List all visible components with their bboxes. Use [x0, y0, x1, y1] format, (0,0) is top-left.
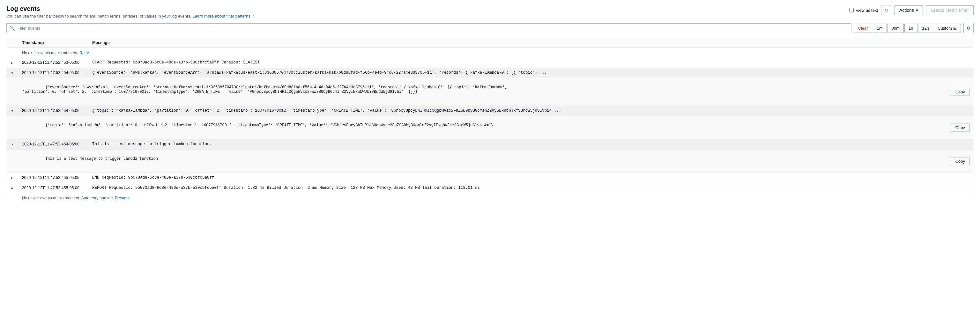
- table-row: 2020-12-12T11:47:52.454-05:00 {'eventSou…: [6, 68, 974, 78]
- expand-button[interactable]: [10, 175, 14, 180]
- timestamp-cell: 2020-12-12T11:47:52.454-05:00: [18, 68, 88, 78]
- expanded-content-row: {'eventSource': 'aws:kafka', 'eventSourc…: [6, 78, 974, 106]
- filter-events-input[interactable]: [6, 23, 851, 33]
- refresh-button[interactable]: ↻: [881, 5, 891, 15]
- time-1m-button[interactable]: 1m: [873, 24, 887, 33]
- copy-button[interactable]: Copy: [951, 88, 970, 96]
- view-as-text-label[interactable]: View as text: [849, 8, 878, 13]
- table-row: 2020-12-12T11:47:52.453-05:00 START Requ…: [6, 58, 974, 68]
- expand-cell: [6, 106, 18, 116]
- copy-button[interactable]: Copy: [951, 157, 970, 165]
- table-row: 2020-12-12T11:47:52.454-05:00 {'topic': …: [6, 106, 974, 116]
- chevron-down-icon: [11, 143, 14, 146]
- subtitle: You can use the filter bar below to sear…: [6, 14, 255, 19]
- chevron-right-icon: [11, 186, 13, 190]
- expand-button[interactable]: [10, 108, 14, 113]
- timestamp-cell: 2020-12-12T11:47:52.453-05:00: [18, 58, 88, 68]
- chevron-down-icon: [11, 71, 14, 75]
- header-actions: View as text ↻ Actions ▾ Create Metric F…: [849, 5, 974, 15]
- message-cell: {'eventSource': 'aws:kafka', 'eventSourc…: [88, 68, 974, 78]
- expand-button[interactable]: [10, 70, 14, 75]
- expanded-content-row: This is a test message to trigger Lambda…: [6, 149, 974, 173]
- expand-cell: [6, 139, 18, 149]
- time-controls: Clear 1m 30m 1h 12h Custom ⊞: [854, 24, 961, 33]
- header-section: Log events You can use the filter bar be…: [6, 5, 974, 19]
- expand-button[interactable]: [10, 186, 14, 191]
- no-older-events-row: No older events at this moment. Retry: [6, 48, 974, 58]
- message-cell: {'topic': 'kafka-lambda', 'partition': 0…: [88, 106, 974, 116]
- time-1h-button[interactable]: 1h: [904, 24, 917, 33]
- message-cell: START RequestId: 9b070ad8-6c8e-486e-a37b…: [88, 58, 974, 68]
- custom-time-button[interactable]: Custom ⊞: [934, 24, 961, 33]
- message-cell: This is a test message to trigger Lambda…: [88, 139, 974, 149]
- filter-bar: 🔍 Clear 1m 30m 1h 12h Custom ⊞ ⚙: [6, 23, 974, 33]
- actions-button[interactable]: Actions ▾: [894, 5, 923, 15]
- timestamp-column-header: Timestamp: [18, 38, 88, 48]
- expand-cell: [6, 173, 18, 183]
- timestamp-cell: 2020-12-12T11:47:52.454-05:00: [18, 106, 88, 116]
- time-30m-button[interactable]: 30m: [888, 24, 904, 33]
- grid-icon: ⊞: [953, 26, 957, 30]
- log-table: Timestamp Message No older events at thi…: [6, 38, 974, 203]
- status-message-cell: No newer events at this moment. Auto ret…: [18, 193, 974, 203]
- table-row: 2020-12-12T11:47:52.455-05:00 END Reques…: [6, 173, 974, 183]
- expand-cell: [6, 193, 18, 203]
- chevron-right-icon: [11, 61, 13, 64]
- chevron-down-icon: [11, 109, 14, 113]
- expanded-content-cell: {'topic': 'kafka-lambda', 'partition': 0…: [6, 116, 974, 139]
- search-icon: 🔍: [10, 25, 15, 30]
- expand-button[interactable]: [10, 142, 14, 147]
- table-row: 2020-12-12T11:47:52.454-05:00 This is a …: [6, 139, 974, 149]
- expanded-content-cell: {'eventSource': 'aws:kafka', 'eventSourc…: [6, 78, 974, 106]
- expand-cell: [6, 58, 18, 68]
- expanded-content-row: {'topic': 'kafka-lambda', 'partition': 0…: [6, 116, 974, 139]
- message-cell: REPORT RequestId: 9b070ad8-6c8e-486e-a37…: [88, 183, 974, 193]
- table-header-row: Timestamp Message: [6, 38, 974, 48]
- view-as-text-checkbox[interactable]: [849, 8, 854, 13]
- time-12h-button[interactable]: 12h: [918, 24, 934, 33]
- timestamp-cell: 2020-12-12T11:47:52.455-05:00: [18, 183, 88, 193]
- retry-link[interactable]: Retry: [80, 51, 89, 55]
- chevron-right-icon: [11, 176, 13, 180]
- external-link-icon: ↗: [251, 14, 255, 19]
- gear-icon: ⚙: [967, 25, 971, 30]
- expand-cell: [6, 183, 18, 193]
- status-message-cell: No older events at this moment. Retry: [18, 48, 974, 58]
- chevron-down-icon: ▾: [916, 8, 918, 13]
- page-title: Log events: [6, 5, 255, 13]
- refresh-icon: ↻: [884, 8, 888, 13]
- title-area: Log events You can use the filter bar be…: [6, 5, 255, 19]
- page-container: Log events You can use the filter bar be…: [0, 0, 980, 208]
- expand-cell: [6, 48, 18, 58]
- message-cell: END RequestId: 9b070ad8-6c8e-486e-a37b-5…: [88, 173, 974, 183]
- learn-more-link[interactable]: Learn more about filter patterns ↗: [192, 14, 255, 19]
- table-row: 2020-12-12T11:47:52.455-05:00 REPORT Req…: [6, 183, 974, 193]
- copy-button[interactable]: Copy: [951, 124, 970, 132]
- timestamp-cell: 2020-12-12T11:47:52.454-05:00: [18, 139, 88, 149]
- settings-button[interactable]: ⚙: [963, 23, 974, 33]
- expand-column-header: [6, 38, 18, 48]
- resume-link[interactable]: Resume: [115, 196, 130, 200]
- expanded-content-cell: This is a test message to trigger Lambda…: [6, 149, 974, 173]
- no-newer-events-row: No newer events at this moment. Auto ret…: [6, 193, 974, 203]
- create-metric-filter-button[interactable]: Create Metric Filter: [926, 5, 974, 15]
- log-table-body: No older events at this moment. Retry 20…: [6, 48, 974, 203]
- expand-button[interactable]: [10, 60, 14, 65]
- message-column-header: Message: [88, 38, 974, 48]
- filter-input-wrapper: 🔍: [6, 23, 851, 33]
- expand-cell: [6, 68, 18, 78]
- clear-button[interactable]: Clear: [854, 24, 872, 33]
- timestamp-cell: 2020-12-12T11:47:52.455-05:00: [18, 173, 88, 183]
